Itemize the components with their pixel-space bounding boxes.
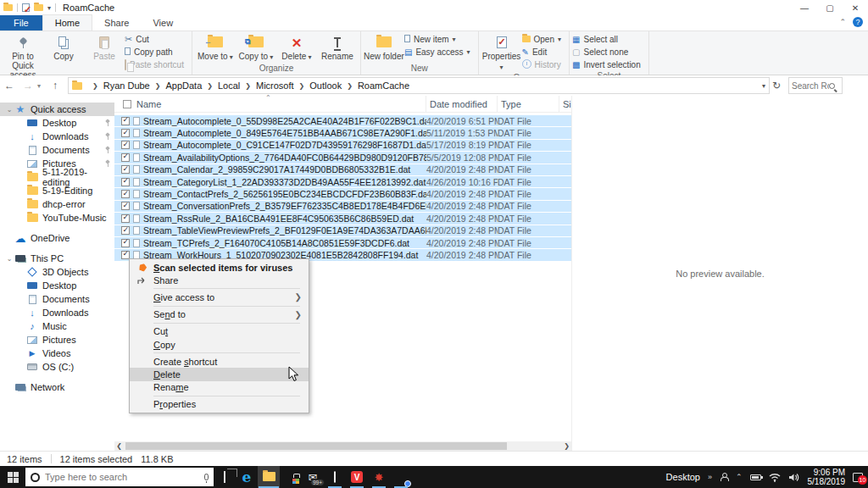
sidebar-item-5-19-editing[interactable]: 5-19-Editing (0, 184, 114, 197)
sidebar-item-downloads[interactable]: ↓Downloads (0, 306, 114, 319)
desktop-toolbar-label[interactable]: Desktop (666, 472, 700, 482)
menu-item-copy[interactable]: Copy (130, 338, 309, 351)
tab-file[interactable]: File (0, 15, 42, 30)
scrollbar-thumb[interactable] (125, 442, 507, 450)
clock[interactable]: 9:06 PM 5/18/2019 (808, 468, 846, 486)
toolbar-overflow-icon[interactable]: » (708, 473, 712, 481)
menu-item-properties[interactable]: Properties (130, 398, 309, 411)
row-checkbox[interactable] (121, 165, 130, 174)
select-all-checkbox[interactable] (123, 100, 131, 108)
recent-locations-icon[interactable]: ▾ (37, 82, 46, 90)
ribbon-copy-path-button[interactable]: Copy path (125, 47, 189, 58)
taskbar-app-phone[interactable] (324, 466, 346, 488)
sidebar-item-5-11-2019-editing[interactable]: 5-11-2019-editing (0, 170, 114, 184)
scroll-left-icon[interactable]: ❮ (114, 442, 124, 450)
table-row[interactable]: Stream_ConversationPrefs_2_B3579EF762335… (114, 201, 571, 213)
breadcrumb-segment[interactable]: Outlook (309, 80, 342, 91)
taskbar-search[interactable] (25, 468, 214, 486)
sidebar-item-network[interactable]: Network (0, 380, 114, 394)
column-header-name[interactable]: Name ⌃ (114, 96, 426, 112)
breadcrumb-segment[interactable]: Local (218, 80, 240, 91)
expander-icon[interactable]: ⌄ (5, 255, 14, 263)
address-dropdown-icon[interactable]: ▾ (762, 82, 765, 90)
sidebar-item-documents[interactable]: Documents (0, 292, 114, 306)
action-center-icon[interactable]: 10 (853, 473, 863, 482)
qat-new-folder-icon[interactable] (34, 4, 43, 11)
sidebar-item-documents[interactable]: Documents (0, 143, 114, 157)
sidebar-item-desktop[interactable]: Desktop (0, 279, 114, 292)
table-row[interactable]: Stream_Autocomplete_0_55D998E25A2CAE40A2… (114, 115, 571, 127)
breadcrumb-separator-icon[interactable]: ❯ (207, 82, 213, 90)
breadcrumb-segment[interactable]: AppData (165, 80, 202, 91)
ribbon-properties-button[interactable]: Properties ▾ (481, 32, 522, 72)
search-input[interactable] (792, 81, 829, 91)
people-icon[interactable] (720, 473, 728, 481)
menu-item-share[interactable]: Share (130, 274, 309, 286)
expander-icon[interactable]: ⌄ (5, 106, 14, 114)
breadcrumb-segment[interactable]: Ryan Dube (103, 80, 150, 91)
sidebar-item-pictures[interactable]: Pictures (0, 333, 114, 347)
table-row[interactable]: Stream_TCPrefs_2_F164070C4105B14A8C0851E… (114, 237, 571, 249)
qat-properties-icon[interactable] (22, 3, 30, 12)
table-row[interactable]: Stream_Autocomplete_0_849E5764E751BB4AAB… (114, 127, 571, 139)
table-row[interactable]: Stream_CategoryList_1_22AD393373D2DB49AA… (114, 176, 571, 188)
up-icon[interactable]: ↑ (46, 80, 64, 92)
sidebar-item-this-pc[interactable]: ⌄This PC (0, 252, 114, 265)
sidebar-item-desktop[interactable]: Desktop (0, 116, 114, 130)
table-row[interactable]: Stream_Calendar_2_99859C29017A17449D0BDB… (114, 164, 571, 176)
microphone-icon[interactable] (204, 474, 209, 480)
row-checkbox[interactable] (121, 226, 130, 235)
menu-item-create-shortcut[interactable]: Create shortcut (130, 355, 309, 368)
back-icon[interactable]: ← (0, 80, 19, 92)
tab-share[interactable]: Share (92, 15, 141, 30)
ribbon-new-item-button[interactable]: New item▾ (404, 34, 476, 45)
breadcrumb-separator-icon[interactable]: ❯ (347, 82, 353, 90)
volume-icon[interactable] (788, 473, 800, 482)
ribbon-delete-button[interactable]: ✕Delete ▾ (276, 32, 317, 62)
row-checkbox[interactable] (121, 239, 130, 247)
taskbar-app-red-app[interactable]: ✸ (368, 466, 390, 488)
forward-icon[interactable]: → (19, 80, 37, 92)
row-checkbox[interactable] (121, 153, 130, 162)
search-box[interactable] (788, 77, 843, 94)
scroll-right-icon[interactable]: ❯ (562, 442, 571, 450)
wifi-icon[interactable] (769, 473, 781, 482)
minimize-ribbon-icon[interactable]: ⌃ (839, 18, 846, 26)
sidebar-item-os-c[interactable]: OS (C:) (0, 360, 114, 374)
ribbon-cut-button[interactable]: ✂Cut (125, 34, 189, 45)
column-header-size[interactable]: Si (559, 96, 572, 112)
ribbon-select-all-button[interactable]: ▦Select all (572, 34, 646, 45)
ribbon-invert-selection-button[interactable]: ▩Invert selection (572, 59, 646, 70)
ribbon-rename-button[interactable]: Rename (317, 32, 358, 61)
row-checkbox[interactable] (121, 117, 130, 125)
breadcrumb-segment[interactable]: RoamCache (358, 80, 409, 91)
ribbon-open-button[interactable]: Open▾ (522, 34, 566, 45)
row-checkbox[interactable] (121, 141, 130, 149)
breadcrumb-separator-icon[interactable]: ❯ (155, 82, 161, 90)
taskbar-app-task-view[interactable] (214, 466, 236, 488)
ribbon-copy-button[interactable]: Copy (43, 32, 84, 61)
table-row[interactable]: Stream_TableViewPreviewPrefs_2_BF0129F0E… (114, 225, 571, 237)
menu-item-rename[interactable]: Rename (130, 381, 309, 394)
start-button[interactable] (0, 466, 25, 488)
refresh-icon[interactable]: ↻ (770, 80, 783, 92)
row-checkbox[interactable] (121, 178, 130, 186)
breadcrumb-separator-icon[interactable]: ❯ (245, 82, 251, 90)
ribbon-pin-to-quick-access-button[interactable]: Pin to Quick access (3, 32, 43, 80)
table-row[interactable]: Stream_RssRule_2_BA16CBA491EE8F4C950635B… (114, 213, 571, 225)
taskbar-search-input[interactable] (45, 472, 199, 482)
ribbon-move-to-button[interactable]: ←Move to ▾ (195, 32, 236, 62)
sidebar-item-dhcp-error[interactable]: dhcp-error (0, 197, 114, 211)
horizontal-scrollbar[interactable]: ❮ ❯ (114, 441, 571, 451)
column-header-type[interactable]: Type (498, 96, 559, 112)
column-header-date[interactable]: Date modified (426, 96, 498, 112)
tab-view[interactable]: View (141, 15, 185, 30)
breadcrumb-separator-icon[interactable]: ❯ (299, 82, 305, 90)
ribbon-new-folder-button[interactable]: New folder (364, 32, 404, 61)
table-row[interactable]: Stream_Autocomplete_0_C91CE147F02D7D4395… (114, 140, 571, 152)
ribbon-easy-access-button[interactable]: ▤Easy access▾ (404, 47, 476, 58)
row-checkbox[interactable] (121, 190, 130, 198)
help-icon[interactable]: ? (853, 17, 863, 27)
tray-overflow-icon[interactable]: ⌃ (736, 473, 743, 481)
sidebar-item-quick-access[interactable]: ⌄★Quick access (0, 103, 114, 116)
